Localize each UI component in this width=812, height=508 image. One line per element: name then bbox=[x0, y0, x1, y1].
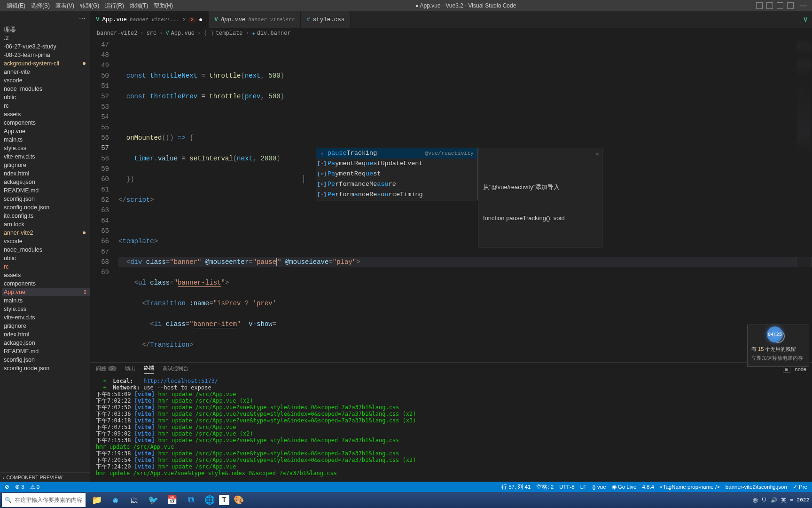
crumb-folder[interactable]: src bbox=[147, 30, 157, 37]
tree-item[interactable]: README.md bbox=[2, 186, 90, 195]
tray-icon[interactable]: ⛉ bbox=[762, 497, 767, 503]
tree-item[interactable]: ackage.json bbox=[2, 339, 90, 347]
tree-item[interactable]: assets bbox=[2, 271, 90, 279]
task-icon-paint[interactable]: 🎨 bbox=[229, 492, 248, 508]
tree-item[interactable]: ite.config.ts bbox=[2, 212, 90, 220]
status-tsconfig[interactable]: banner-vite2\tsconfig.json bbox=[723, 484, 790, 490]
task-icon-text[interactable]: T bbox=[219, 495, 229, 505]
autocomplete-item[interactable]: [∘]PaymentRequestUpdateEvent bbox=[316, 159, 477, 169]
menu-help[interactable]: 帮助(H) bbox=[151, 2, 176, 10]
close-icon[interactable]: × bbox=[595, 149, 599, 159]
autocomplete-item[interactable]: ⬨pauseTracking@vue/reactivity bbox=[316, 148, 477, 159]
tray-date[interactable]: 2022 bbox=[797, 497, 809, 503]
menu-terminal[interactable]: 终端(T) bbox=[127, 2, 151, 10]
task-icon-edge[interactable]: ◉ bbox=[106, 492, 125, 508]
tree-item[interactable]: components bbox=[2, 279, 90, 288]
tree-item[interactable]: ublic bbox=[2, 93, 90, 102]
tree-item[interactable]: sconfig.json bbox=[2, 195, 90, 203]
status-eol[interactable]: LF bbox=[578, 484, 589, 490]
status-volar[interactable]: <TagName prop-name /> bbox=[657, 484, 723, 490]
status-cursor-pos[interactable]: 行 57, 列 41 bbox=[499, 484, 533, 491]
tree-item[interactable]: -08-23-learn-pinia bbox=[2, 51, 90, 59]
panel-tab-debug-console[interactable]: 调试控制台 bbox=[163, 365, 188, 374]
tree-item[interactable]: -06-27-vue3.2-study bbox=[2, 42, 90, 51]
panel-tab-terminal[interactable]: 终端 bbox=[144, 365, 154, 374]
tab-app-vue-2[interactable]: V App.vue banner-vite\src bbox=[209, 11, 301, 28]
tab-style-css[interactable]: # style.css bbox=[301, 11, 351, 28]
tree-item[interactable]: ndex.html bbox=[2, 169, 90, 178]
terminal-name[interactable]: node bbox=[795, 366, 806, 372]
code-content[interactable]: const throttleNext = throttle(next, 500)… bbox=[118, 39, 812, 362]
breadcrumbs[interactable]: banner-vite2 › src › V App.vue › { } tem… bbox=[90, 28, 812, 39]
tree-item[interactable]: anner-vite2 bbox=[2, 229, 90, 237]
tree-item[interactable]: rc bbox=[2, 102, 90, 110]
status-golive[interactable]: ◉ Go Live bbox=[609, 484, 640, 490]
status-language[interactable]: {} vue bbox=[589, 484, 609, 490]
windows-search-input[interactable]: 🔍 在这里输入你要搜索的内容 bbox=[2, 493, 86, 507]
tree-item[interactable]: README.md bbox=[2, 347, 90, 356]
taskbar-tray[interactable]: ㊕ ⛉ 🔊 英 ⌨ 2022 bbox=[753, 497, 812, 504]
tree-item[interactable]: style.css bbox=[2, 305, 90, 313]
panel-tab-output[interactable]: 输出 bbox=[125, 365, 135, 374]
crumb-folder[interactable]: banner-vite2 bbox=[97, 30, 137, 37]
crumb-file[interactable]: App.vue bbox=[171, 30, 195, 37]
tree-item[interactable]: gitignore bbox=[2, 322, 90, 330]
tree-item[interactable]: sconfig.node.json bbox=[2, 203, 90, 212]
tree-item[interactable]: arn.lock bbox=[2, 220, 90, 229]
tree-item[interactable]: 理器 bbox=[2, 25, 90, 34]
task-icon[interactable]: 📁 bbox=[87, 492, 106, 508]
tab-app-vue-active[interactable]: V App.vue banner-vite2\... 2 2 ● bbox=[90, 11, 209, 28]
tree-item[interactable]: ndex.html bbox=[2, 330, 90, 339]
layout-controls[interactable] bbox=[756, 2, 794, 9]
tree-item[interactable]: vscode bbox=[2, 76, 90, 85]
code-editor[interactable]: 4748495051525354555657585960616263646566… bbox=[90, 39, 812, 362]
tree-item[interactable]: style.css bbox=[2, 144, 90, 152]
status-ts-version[interactable]: 4.8.4 bbox=[639, 484, 657, 490]
terminal-group-icon[interactable]: ⊞ bbox=[783, 366, 790, 373]
autocomplete-item[interactable]: [∘]PerformanceMeasure bbox=[316, 179, 477, 190]
tree-item[interactable]: main.ts bbox=[2, 135, 90, 144]
status-remote[interactable]: ⊘ bbox=[2, 484, 12, 490]
dirty-icon[interactable]: ● bbox=[199, 16, 203, 24]
tree-item[interactable]: main.ts bbox=[2, 296, 90, 305]
crumb-symbol[interactable]: template bbox=[216, 30, 243, 37]
tray-icon[interactable]: ⌨ bbox=[790, 497, 793, 503]
autocomplete-item[interactable]: [∘]PaymentRequest bbox=[316, 169, 477, 179]
menu-run[interactable]: 运行(R) bbox=[102, 2, 127, 10]
tree-item[interactable]: App.vue bbox=[2, 127, 90, 135]
autocomplete-popup[interactable]: ⬨pauseTracking@vue/reactivity[∘]PaymentR… bbox=[316, 148, 478, 200]
tree-item[interactable]: rc bbox=[2, 262, 90, 271]
status-indent[interactable]: 空格: 2 bbox=[533, 484, 556, 491]
tree-item[interactable]: assets bbox=[2, 110, 90, 119]
tree-item[interactable]: components bbox=[2, 119, 90, 127]
tree-item[interactable]: gitignore bbox=[2, 161, 90, 169]
crumb-symbol[interactable]: div.banner bbox=[257, 30, 291, 37]
autocomplete-item[interactable]: [∘]PerformanceResourceTiming bbox=[316, 190, 477, 200]
tray-icon[interactable]: 🔊 bbox=[771, 497, 777, 503]
tree-item[interactable]: sconfig.node.json bbox=[2, 364, 90, 373]
task-icon-explorer[interactable]: 🗂 bbox=[125, 492, 144, 508]
status-errors[interactable]: ⊗ 3 bbox=[12, 484, 27, 490]
minimap[interactable] bbox=[797, 39, 811, 362]
tree-item[interactable]: node_modules bbox=[2, 246, 90, 254]
tray-icon[interactable]: ㊕ bbox=[753, 497, 758, 504]
task-icon-vscode[interactable]: ⧉ bbox=[181, 492, 200, 508]
task-icon-calendar[interactable]: 📅 bbox=[163, 492, 181, 508]
menu-view[interactable]: 查看(V) bbox=[53, 2, 77, 10]
task-icon-chrome[interactable]: 🌐 bbox=[200, 492, 219, 508]
tree-item[interactable]: .2 bbox=[2, 34, 90, 42]
status-warnings[interactable]: ⚠ 0 bbox=[27, 484, 43, 490]
component-preview-panel[interactable]: › COMPONENT PREVIEW bbox=[0, 472, 90, 482]
tray-ime[interactable]: 英 bbox=[781, 497, 786, 504]
panel-tab-problems[interactable]: 问题2 bbox=[96, 365, 117, 374]
tree-item[interactable]: anner-vite bbox=[2, 68, 90, 76]
task-icon-bird[interactable]: 🐦 bbox=[144, 492, 163, 508]
tree-item[interactable]: ublic bbox=[2, 254, 90, 262]
minimize-icon[interactable]: — bbox=[799, 1, 808, 10]
tree-item[interactable]: ackground-system-cli bbox=[2, 59, 90, 68]
tree-item[interactable]: node_modules bbox=[2, 85, 90, 93]
menu-goto[interactable]: 转到(G) bbox=[77, 2, 102, 10]
status-prettier[interactable]: ✓ Pre bbox=[790, 484, 810, 490]
status-encoding[interactable]: UTF-8 bbox=[556, 484, 578, 490]
tree-item[interactable]: vite-env.d.ts bbox=[2, 152, 90, 161]
